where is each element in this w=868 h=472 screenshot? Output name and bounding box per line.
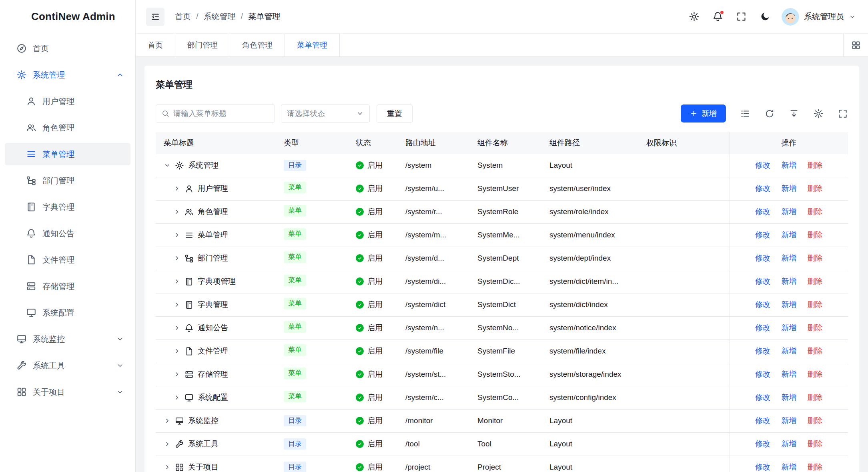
notifications-button[interactable] <box>712 11 723 22</box>
delete-link[interactable]: 删除 <box>808 184 823 193</box>
refresh-button[interactable] <box>764 108 775 119</box>
delete-link[interactable]: 删除 <box>808 463 823 471</box>
dark-mode-button[interactable] <box>760 11 770 22</box>
chevron-right-icon[interactable] <box>164 464 171 471</box>
add-link[interactable]: 新增 <box>781 416 796 425</box>
status-label: 启用 <box>367 207 383 217</box>
status-label: 启用 <box>367 183 383 194</box>
add-link[interactable]: 新增 <box>781 184 796 193</box>
modify-link[interactable]: 修改 <box>755 161 770 169</box>
chevron-right-icon[interactable] <box>173 255 180 262</box>
sidebar-item-system[interactable]: 系统管理 <box>5 64 130 86</box>
delete-link[interactable]: 删除 <box>808 347 823 355</box>
search-input[interactable] <box>156 104 275 123</box>
modify-link[interactable]: 修改 <box>755 207 770 216</box>
modify-link[interactable]: 修改 <box>755 370 770 378</box>
chevron-right-icon[interactable] <box>173 231 180 239</box>
tab-actions-button[interactable] <box>843 34 868 56</box>
add-link[interactable]: 新增 <box>781 277 796 285</box>
modify-link[interactable]: 修改 <box>755 393 770 402</box>
delete-link[interactable]: 删除 <box>808 254 823 262</box>
add-link[interactable]: 新增 <box>781 370 796 378</box>
chevron-right-icon[interactable] <box>164 417 171 424</box>
delete-link[interactable]: 删除 <box>808 440 823 448</box>
modify-link[interactable]: 修改 <box>755 231 770 239</box>
menu-title-search-field[interactable] <box>173 109 269 118</box>
delete-link[interactable]: 删除 <box>808 277 823 285</box>
component-path-cell: system/config/index <box>541 386 638 409</box>
tab-dept[interactable]: 部门管理 <box>175 34 230 56</box>
add-link[interactable]: 新增 <box>781 207 796 216</box>
sidebar-item-dept[interactable]: 部门管理 <box>5 169 130 192</box>
sidebar-item-file[interactable]: 文件管理 <box>5 249 130 271</box>
sidebar-item-config[interactable]: 系统配置 <box>5 301 130 324</box>
reset-button[interactable]: 重置 <box>377 104 413 123</box>
fullscreen-button[interactable] <box>736 11 747 22</box>
tab-home[interactable]: 首页 <box>136 34 175 56</box>
add-link[interactable]: 新增 <box>781 463 796 471</box>
chevron-right-icon[interactable] <box>173 278 180 285</box>
sidebar-item-monitor[interactable]: 系统监控 <box>5 328 130 350</box>
modify-link[interactable]: 修改 <box>755 347 770 355</box>
add-link[interactable]: 新增 <box>781 393 796 402</box>
delete-link[interactable]: 删除 <box>808 231 823 239</box>
modify-link[interactable]: 修改 <box>755 184 770 193</box>
modify-link[interactable]: 修改 <box>755 277 770 285</box>
sidebar-item-home[interactable]: 首页 <box>5 37 130 60</box>
sidebar-item-user[interactable]: 用户管理 <box>5 90 130 112</box>
add-link[interactable]: 新增 <box>781 347 796 355</box>
chevron-right-icon[interactable] <box>173 324 180 331</box>
status-select-placeholder: 请选择状态 <box>287 108 325 119</box>
add-link[interactable]: 新增 <box>781 300 796 309</box>
add-link[interactable]: 新增 <box>781 323 796 332</box>
chevron-right-icon[interactable] <box>173 371 180 378</box>
tab-role[interactable]: 角色管理 <box>230 34 285 56</box>
add-link[interactable]: 新增 <box>781 161 796 169</box>
chevron-right-icon[interactable] <box>164 440 171 448</box>
user-menu[interactable]: 系统管理员 <box>782 8 856 26</box>
collapse-sidebar-button[interactable] <box>146 8 164 26</box>
sidebar-item-storage[interactable]: 存储管理 <box>5 275 130 297</box>
logo[interactable]: ContiNew Admin <box>0 0 135 33</box>
chevron-down-icon[interactable] <box>164 162 171 169</box>
breadcrumb-item[interactable]: 系统管理 <box>204 11 236 22</box>
delete-link[interactable]: 删除 <box>808 416 823 425</box>
delete-link[interactable]: 删除 <box>808 300 823 309</box>
delete-link[interactable]: 删除 <box>808 323 823 332</box>
expand-collapse-button[interactable] <box>740 108 750 119</box>
import-button[interactable] <box>789 108 799 119</box>
delete-link[interactable]: 删除 <box>808 161 823 169</box>
breadcrumb-item[interactable]: 菜单管理 <box>248 11 280 22</box>
add-link[interactable]: 新增 <box>781 440 796 448</box>
table-fullscreen-button[interactable] <box>838 108 848 119</box>
chevron-right-icon[interactable] <box>173 347 180 355</box>
chevron-right-icon[interactable] <box>173 185 180 192</box>
sidebar-item-about[interactable]: 关于项目 <box>5 381 130 403</box>
column-settings-button[interactable] <box>813 108 824 119</box>
tab-menu[interactable]: 菜单管理 <box>285 34 340 56</box>
modify-link[interactable]: 修改 <box>755 440 770 448</box>
theme-settings-button[interactable] <box>689 11 700 22</box>
add-button[interactable]: 新增 <box>681 104 726 123</box>
sidebar-item-role[interactable]: 角色管理 <box>5 116 130 139</box>
chevron-right-icon[interactable] <box>173 394 180 401</box>
add-link[interactable]: 新增 <box>781 254 796 262</box>
status-select[interactable]: 请选择状态 <box>281 104 370 123</box>
modify-link[interactable]: 修改 <box>755 323 770 332</box>
chevron-right-icon[interactable] <box>173 301 180 308</box>
chevron-right-icon[interactable] <box>173 208 180 215</box>
delete-link[interactable]: 删除 <box>808 393 823 402</box>
sidebar-item-menu[interactable]: 菜单管理 <box>5 143 130 165</box>
menu-title-cell: 字典管理 <box>198 299 228 310</box>
sidebar-item-dict[interactable]: 字典管理 <box>5 196 130 218</box>
delete-link[interactable]: 删除 <box>808 370 823 378</box>
modify-link[interactable]: 修改 <box>755 416 770 425</box>
modify-link[interactable]: 修改 <box>755 300 770 309</box>
sidebar-item-tool[interactable]: 系统工具 <box>5 354 130 377</box>
modify-link[interactable]: 修改 <box>755 254 770 262</box>
breadcrumb-item[interactable]: 首页 <box>175 11 191 22</box>
add-link[interactable]: 新增 <box>781 231 796 239</box>
delete-link[interactable]: 删除 <box>808 207 823 216</box>
modify-link[interactable]: 修改 <box>755 463 770 471</box>
sidebar-item-notice[interactable]: 通知公告 <box>5 222 130 245</box>
